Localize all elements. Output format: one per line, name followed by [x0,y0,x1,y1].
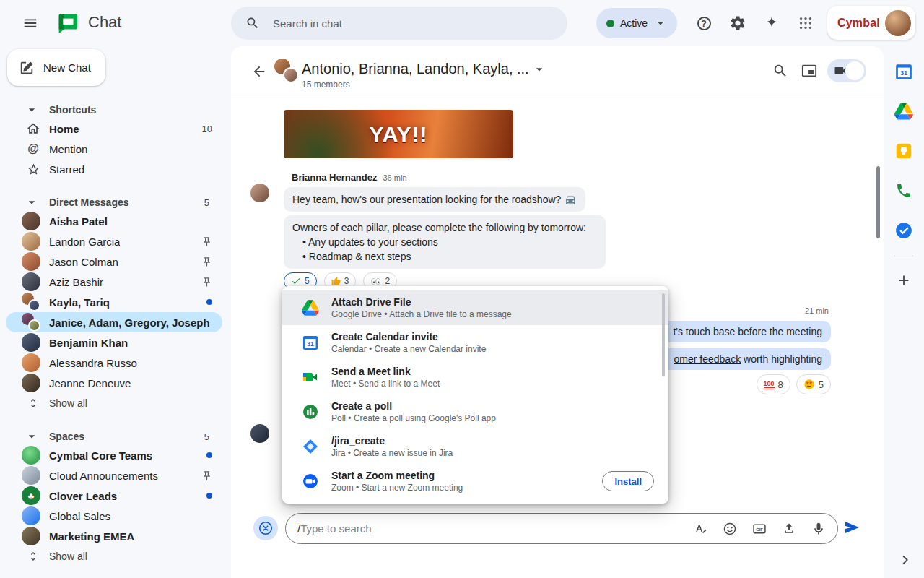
drive-app-button[interactable] [894,103,913,120]
dm-item[interactable]: Jason Colman [0,251,231,272]
popup-item-create-calendar-invite[interactable]: 31 Create Calendar inviteCalendar • Crea… [282,325,668,360]
keep-app-button[interactable] [894,142,913,160]
space-item[interactable]: Marketing EMEA [0,526,231,546]
scrollbar[interactable] [876,166,880,238]
conversation-title: Antonio, Brianna, Landon, Kayla, ... [302,61,529,77]
rail-divider [894,256,913,256]
dm-item[interactable]: Kayla, Tariq [0,292,231,312]
calendar-app-button[interactable]: 31 [894,62,913,81]
message-bullet: Any updates to your sections [292,235,597,249]
group-avatar [22,293,40,311]
topbar: Chat Search in chat Active ? [0,0,924,46]
sidebar-item-mention[interactable]: @ Mention [0,139,231,159]
dm-item[interactable]: Jeanne Deneuve [0,373,231,393]
back-button[interactable] [251,64,267,79]
account-card[interactable]: Cymbal [827,6,915,40]
emoji-button[interactable] [723,522,737,536]
dm-show-all[interactable]: Show all [0,393,231,413]
spaces-show-all[interactable]: Show all [0,546,231,566]
avatar [22,252,40,271]
mention-icon: @ [26,142,40,155]
gif-message[interactable]: YAY!! [284,110,513,158]
section-label: Shortcuts [49,104,96,116]
space-name: Marketing EMEA [49,530,134,543]
own-message-bubble[interactable]: omer feedback worth highlighting [642,348,831,370]
mic-icon [811,522,826,536]
slash-command-popup: Attach Drive FileGoogle Drive • Attach a… [282,286,668,504]
car-emoji [565,194,577,206]
brand-name: Cymbal [837,17,880,30]
svg-text:31: 31 [307,340,314,348]
search-bar[interactable]: Search in chat [231,7,567,40]
popup-item-attach-drive-file[interactable]: Attach Drive FileGoogle Drive • Attach a… [282,290,668,325]
message-link[interactable]: omer feedback [674,353,741,365]
message-bubble[interactable]: Owners of each pillar, please complete t… [284,215,606,269]
chevron-down-icon [25,429,39,444]
dm-item-selected[interactable]: Janice, Adam, Gregory, Joseph [6,312,222,332]
dm-item[interactable]: Aziz Bashir [0,272,231,292]
popup-item-start-zoom-meeting[interactable]: Start a Zoom meetingZoom • Start a new Z… [282,464,668,499]
active-status-dot [606,20,614,27]
dm-item[interactable]: Alessandra Russo [0,353,231,373]
dm-name: Aisha Patel [49,215,108,228]
space-item[interactable]: Global Sales [0,506,231,526]
popup-item-jira-create[interactable]: /jira_createJira • Create a new issue in… [282,429,668,464]
status-label: Active [620,17,648,29]
main-menu-icon[interactable] [22,15,39,31]
reaction-hundred[interactable]: 100 8 [757,374,790,394]
section-direct-messages[interactable]: Direct Messages 5 [0,194,231,211]
picture-in-picture-button[interactable] [801,63,817,79]
message-input[interactable]: / Type to search GIF [285,513,838,544]
popup-item-create-poll[interactable]: Create a pollPoll • Create a poll using … [282,394,668,429]
popup-item-title: /jira_create [331,435,453,447]
space-name: Clover Leads [49,490,117,502]
sidebar-item-home[interactable]: Home 10 [0,118,231,139]
space-item[interactable]: ♣ Clover Leads [0,486,231,506]
zoom-icon [301,472,320,491]
popup-scrollbar[interactable] [662,293,665,376]
voice-app-button[interactable] [895,182,912,199]
home-icon [26,121,40,136]
status-selector[interactable]: Active [596,8,677,38]
sidebar-item-label: Home [49,123,79,135]
message-bubble[interactable]: Hey team, how's our presentation looking… [284,187,585,212]
apps-grid-button[interactable] [796,14,815,33]
space-name: Cloud Announcements [49,470,158,482]
format-button[interactable] [693,522,707,536]
cancel-slash-command-button[interactable] [253,516,278,540]
popup-item-title: Create a poll [331,400,496,412]
group-avatar [274,59,299,83]
conversation-title-menu[interactable]: Antonio, Brianna, Landon, Kayla, ... [302,61,546,77]
gif-button[interactable]: GIF [752,522,767,536]
composer-actions: GIF [693,522,826,536]
add-addon-button[interactable] [896,272,912,288]
new-chat-button[interactable]: New Chat [7,49,105,86]
svg-text:GIF: GIF [756,527,763,531]
own-message-bubble[interactable]: t's touch base before the meeting [650,321,831,342]
dm-item[interactable]: Landon Garcia [0,231,231,251]
popup-item-send-meet-link[interactable]: Send a Meet linkMeet • Send a link to a … [282,360,668,394]
dm-item[interactable]: Benjamin Khan [0,332,231,353]
unfold-more-icon [26,551,40,562]
user-avatar[interactable] [885,10,911,36]
mic-button[interactable] [811,522,826,536]
sidebar-item-starred[interactable]: Starred [0,159,231,179]
search-in-conversation-button[interactable] [772,63,788,79]
tasks-app-button[interactable] [894,221,913,240]
install-button[interactable]: Install [602,471,654,491]
send-button[interactable] [843,519,860,536]
space-item[interactable]: Cloud Announcements [0,465,231,486]
upload-button[interactable] [782,522,796,536]
settings-button[interactable] [728,14,747,33]
gemini-button[interactable] [762,14,781,33]
thumbs-up-emoji [331,277,341,286]
expand-panel-button[interactable] [897,552,912,568]
help-button[interactable]: ? [694,14,713,33]
space-item[interactable]: Cymbal Core Teams [0,445,231,465]
reaction-heart-eyes[interactable]: 5 [796,374,831,394]
video-call-toggle[interactable] [827,59,866,82]
section-spaces[interactable]: Spaces 5 [0,428,231,445]
message-text: t's touch base before the meeting [673,326,822,337]
section-shortcuts[interactable]: Shortcuts [0,101,231,118]
dm-item[interactable]: Aisha Patel [0,211,231,231]
